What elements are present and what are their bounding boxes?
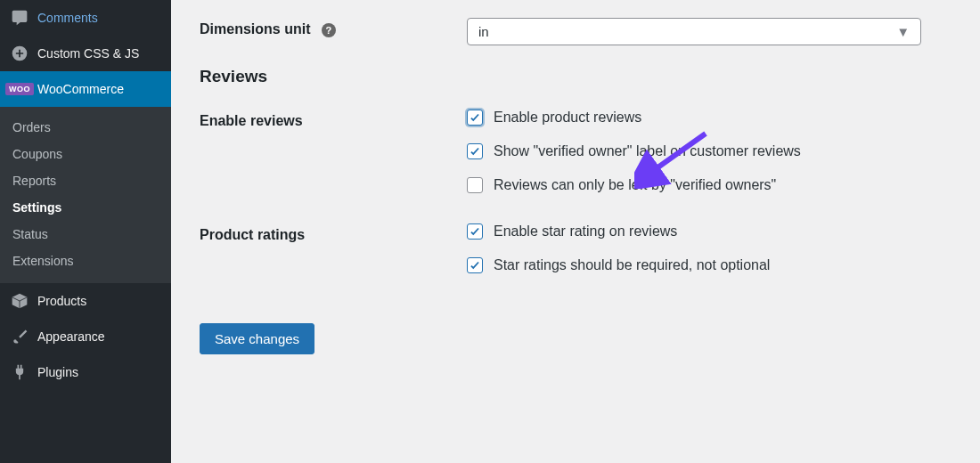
settings-panel: Dimensions unit ? in ▼ Reviews Enable re… [171,0,980,463]
check-enable-star-rating[interactable]: Enable star rating on reviews [467,223,955,240]
row-dimensions-unit: Dimensions unit ? in ▼ [200,18,955,45]
sidebar-item-products[interactable]: Products [0,283,171,319]
check-label: Reviews can only be left by "verified ow… [494,177,776,193]
sidebar-label: WooCommerce [37,82,124,96]
dimensions-unit-select[interactable]: in ▼ [467,18,921,45]
sidebar-label: Products [37,294,86,308]
sidebar-label: Appearance [37,329,105,344]
sidebar-item-comments[interactable]: Comments [0,0,171,36]
comment-icon [11,9,29,27]
sidebar-item-woocommerce[interactable]: WOO WooCommerce [0,71,171,107]
submenu-item-coupons[interactable]: Coupons [0,141,171,167]
checkbox-icon [467,110,483,126]
checkbox-icon [467,177,483,193]
woocommerce-icon: WOO [11,80,29,98]
check-label: Star ratings should be required, not opt… [494,257,770,273]
submenu-item-extensions[interactable]: Extensions [0,248,171,274]
check-star-required[interactable]: Star ratings should be required, not opt… [467,257,955,273]
plus-circle-icon [11,45,29,62]
plug-icon [11,363,29,381]
check-verified-owner-label[interactable]: Show "verified owner" label on customer … [467,143,955,159]
select-value: in [478,24,489,39]
row-product-ratings: Product ratings Enable star rating on re… [200,223,955,273]
sidebar-label: Plugins [37,365,78,379]
checkbox-icon [467,143,483,159]
submenu-item-orders[interactable]: Orders [0,114,171,141]
product-ratings-label: Product ratings [200,223,467,243]
enable-reviews-label: Enable reviews [200,110,467,129]
sidebar-item-plugins[interactable]: Plugins [0,354,171,390]
checkbox-icon [467,223,483,240]
sidebar-label: Custom CSS & JS [37,46,139,61]
brush-icon [11,328,29,345]
check-label: Show "verified owner" label on customer … [494,143,801,159]
submenu-item-reports[interactable]: Reports [0,167,171,194]
dimensions-unit-label: Dimensions unit ? [200,18,467,37]
chevron-down-icon: ▼ [896,24,910,39]
checkbox-icon [467,257,483,273]
check-verified-only[interactable]: Reviews can only be left by "verified ow… [467,177,955,193]
check-label: Enable star rating on reviews [494,223,677,240]
sidebar-item-custom-css-js[interactable]: Custom CSS & JS [0,36,171,71]
admin-sidebar: Comments Custom CSS & JS WOO WooCommerce… [0,0,171,463]
reviews-heading: Reviews [200,67,955,86]
submenu-item-status[interactable]: Status [0,221,171,248]
row-enable-reviews: Enable reviews Enable product reviews Sh… [200,110,955,193]
woocommerce-submenu: Orders Coupons Reports Settings Status E… [0,107,171,283]
box-icon [11,292,29,310]
sidebar-item-appearance[interactable]: Appearance [0,319,171,354]
sidebar-label: Comments [37,11,98,25]
help-icon[interactable]: ? [322,23,336,37]
check-label: Enable product reviews [494,110,641,126]
save-changes-button[interactable]: Save changes [200,323,314,354]
check-enable-product-reviews[interactable]: Enable product reviews [467,110,955,126]
submenu-item-settings[interactable]: Settings [0,194,171,221]
